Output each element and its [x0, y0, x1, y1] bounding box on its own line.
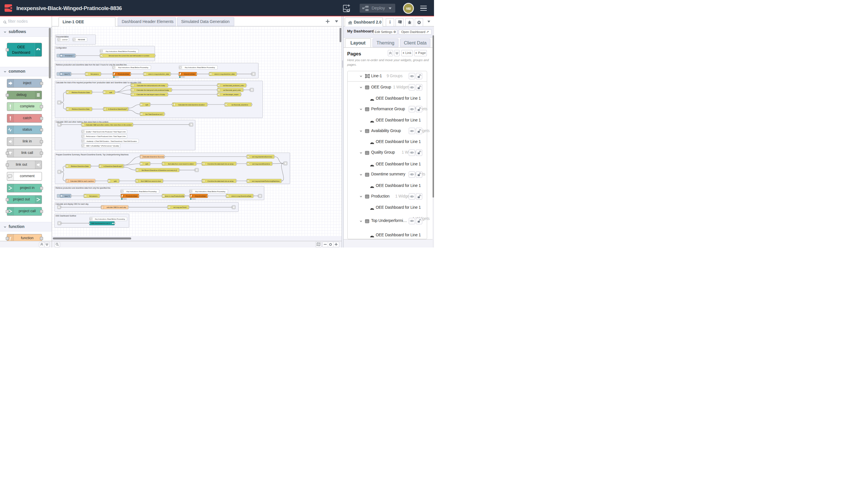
svg-text:OEE Dashboard Subflow: OEE Dashboard Subflow — [55, 215, 76, 217]
svg-text:Calculate OEE and other metric: Calculate OEE and other metrics, then st… — [86, 124, 132, 126]
svg-text:Is Downtime Data Empty?: Is Downtime Data Empty? — [108, 108, 127, 110]
svg-text:store in msg.downtime_data: store in msg.downtime_data — [214, 73, 235, 75]
svg-text:set flow.target_output: set flow.target_output — [223, 93, 239, 95]
svg-text:set flow.total_produced_units: set flow.total_produced_units — [223, 84, 244, 86]
svg-text:Calculate the total good units: Calculate the total good units produced … — [137, 89, 169, 91]
svg-text:Key Instructions: Read Before: Key Instructions: Read Before Proceeding — [126, 190, 157, 192]
svg-text:timestamp ¹: timestamp ¹ — [65, 54, 73, 56]
svg-text:Retrieve production and downti: Retrieve production and downtime data fr… — [56, 187, 111, 189]
svg-text:Key Instructions: Read Before: Key Instructions: Read Before Proceeding — [106, 50, 136, 52]
svg-text:set msg.oeeTrend: set msg.oeeTrend — [173, 206, 186, 208]
svg-text:Retrieve Downtime Data: Retrieve Downtime Data — [71, 165, 89, 167]
svg-text:Configuration: Configuration — [56, 47, 67, 49]
svg-text:RWC: RWC — [181, 76, 185, 78]
svg-text:set flow.total_downtime: set flow.total_downtime — [231, 104, 248, 106]
svg-text:split: split — [109, 91, 112, 93]
svg-text:Set Recent Downtime & Downtime: Set Recent Downtime & Downtime summery t… — [141, 169, 177, 171]
svg-text:Set Total Downtime to 0: Set Total Downtime to 0 — [145, 113, 162, 115]
svg-text:Calculate and display OEE for: Calculate and display OEE for each day. — [56, 203, 89, 205]
svg-text:Calculate the total target out: Calculate the total target output of tod… — [137, 93, 165, 95]
svg-text:Retrieve Downtime Data: Retrieve Downtime Data — [72, 108, 90, 110]
svg-text:Key Instructions: Read Before: Key Instructions: Read Before Proceeding — [118, 66, 149, 68]
svg-text:Set and store the current line: Set and store the current line and shift… — [108, 54, 150, 56]
svg-text:Calculate the total produced u: Calculate the total produced units today — [137, 84, 165, 86]
svg-text:Combine the data back into an: Combine the data back into an array. — [208, 163, 234, 165]
svg-text:Calculate the total of the req: Calculate the total of the required prop… — [56, 82, 141, 84]
svg-text:DowntimeData: DowntimeData — [184, 73, 195, 75]
svg-text:inject ↻: inject ↻ — [64, 195, 70, 197]
svg-text:Set params: Set params — [89, 195, 98, 197]
svg-text:Retrieve Production Data: Retrieve Production Data — [72, 91, 90, 93]
svg-text:split: split — [145, 163, 148, 165]
svg-text:Key Instructions: Read Before: Key Instructions: Read Before Proceeding — [185, 66, 215, 68]
svg-text:Prepare Downtime Summary, Rece: Prepare Downtime Summary, Recent Downtim… — [56, 154, 129, 156]
svg-text:store in msg.DowntimeData: store in msg.DowntimeData — [231, 195, 251, 197]
svg-text:Set params: Set params — [90, 73, 99, 75]
svg-text:Calculate Downtime Summery: Calculate Downtime Summery — [143, 156, 165, 158]
svg-text:Sort OEE from worst to best: Sort OEE from worst to best — [141, 180, 161, 182]
svg-text:ProductionData: ProductionData — [118, 73, 129, 75]
svg-text:README: README — [78, 38, 85, 40]
svg-text:Key Instructions: Read Before: Key Instructions: Read Before Proceeding — [195, 190, 226, 192]
svg-text:calculate OEE for each day: calculate OEE for each day — [106, 206, 126, 208]
svg-text:store in msg.ProductionData: store in msg.ProductionData — [165, 195, 186, 197]
svg-text:split: split — [145, 104, 148, 106]
svg-text:Documentation: Documentation — [56, 36, 69, 38]
svg-text:Performance = Total Produced U: Performance = Total Produced Units / Tot… — [86, 135, 126, 137]
svg-text:License: License — [62, 38, 68, 40]
svg-text:Key Instructions: Read Before: Key Instructions: Read Before Proceeding — [95, 218, 125, 220]
svg-text:Calculate OEE for each machine: Calculate OEE for each machine — [70, 180, 94, 182]
svg-text:Availavity = (Total Shift Dura: Availavity = (Total Shift Duration - Tot… — [86, 140, 137, 142]
svg-text:Quality = Total Good Units Pro: Quality = Total Good Units Produced / To… — [86, 131, 126, 133]
svg-text:DowntimeData: DowntimeData — [195, 195, 206, 197]
svg-text:Sort data from most recent to: Sort data from most recent to oldest — [168, 163, 193, 165]
svg-text:RWC: RWC — [115, 76, 119, 78]
svg-text:set msg.topUnderPerformingMach: set msg.topUnderPerformingMachines — [252, 180, 280, 182]
svg-text:Calculate the total downtime d: Calculate the total downtime duration — [178, 104, 205, 106]
svg-text:inject ↻: inject ↻ — [64, 73, 70, 75]
svg-text:Combine the data back into an: Combine the data back into an array. — [208, 180, 234, 182]
svg-text:f: f — [10, 236, 12, 241]
svg-text:set msg.recentDowntime: set msg.recentDowntime — [252, 163, 270, 165]
svg-text:set flow.total_good_units: set flow.total_good_units — [223, 89, 241, 91]
svg-text:RWC: RWC — [192, 198, 196, 200]
svg-text:store in msg.production_data: store in msg.production_data — [148, 73, 169, 75]
svg-text:ProductionData: ProductionData — [126, 195, 137, 197]
svg-text:split: split — [114, 180, 117, 182]
svg-text:Is Downtime Data Empty?: Is Downtime Data Empty? — [104, 165, 123, 167]
svg-text:OEE Dashboard for Line 1: OEE Dashboard for Line 1 — [91, 222, 110, 224]
svg-text:OEE = (Availability) * (Perfor: OEE = (Availability) * (Performance) * (… — [86, 145, 119, 147]
svg-text:set msg.downtimeSummery: set msg.downtimeSummery — [252, 156, 273, 158]
svg-text:RWC: RWC — [123, 198, 127, 200]
svg-text:Calculate OEE and other metric: Calculate OEE and other metrics, then st… — [56, 121, 109, 123]
